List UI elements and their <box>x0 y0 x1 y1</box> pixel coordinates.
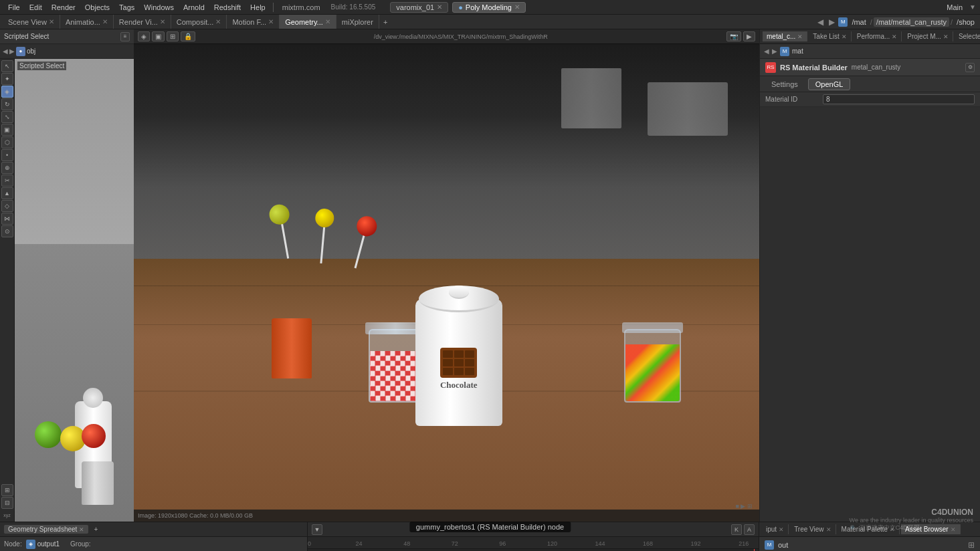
tool-bevel[interactable]: ◇ <box>1 200 13 212</box>
mat-back-btn[interactable]: ◀ <box>764 47 769 55</box>
menu-arnold[interactable]: Arnold <box>179 2 209 13</box>
menu-redshift[interactable]: Redshift <box>210 2 245 13</box>
tool-scale[interactable]: ⤡ <box>1 111 13 123</box>
rs-node-tab-treeview[interactable]: Tree View ✕ <box>790 524 836 534</box>
menu-file[interactable]: File <box>4 2 24 13</box>
viewport-camera-btn[interactable]: 📷 <box>726 31 741 41</box>
tab-compositor[interactable]: Composit... ✕ <box>171 15 227 29</box>
tl-btn-collapse[interactable]: ▼ <box>312 524 322 535</box>
menu-windows[interactable]: Windows <box>140 2 178 13</box>
menu-tags[interactable]: Tags <box>115 2 138 13</box>
menu-edit[interactable]: Edit <box>25 2 46 13</box>
menu-separator-1 <box>273 3 274 12</box>
tab-motionf[interactable]: Motion F... ✕ <box>227 15 280 29</box>
menu-objects[interactable]: Objects <box>81 2 114 13</box>
tab-render-view[interactable]: Render Vi... ✕ <box>114 15 171 29</box>
tool-move[interactable]: ✦ <box>1 73 13 85</box>
rs-node-tab-iput[interactable]: iput ✕ <box>762 524 789 534</box>
app-tab-polymodeling-label: Poly Modeling <box>466 3 512 11</box>
rp-tab-performa[interactable]: Performa... ✕ <box>853 31 902 41</box>
path-back-btn[interactable]: ◀ <box>815 17 825 27</box>
layout-dropdown-arrow[interactable]: ▼ <box>969 3 976 11</box>
app-tab-polymodeling[interactable]: ● Poly Modeling ✕ <box>452 2 526 13</box>
gs-tab-close[interactable]: ✕ <box>79 526 84 533</box>
timeline-ruler: 024487296120144168192216226 <box>308 537 759 549</box>
menu-help[interactable]: Help <box>246 2 270 13</box>
rp-tab-selected[interactable]: Selected... ✕ <box>955 31 980 41</box>
tab-motionf-close[interactable]: ✕ <box>268 18 274 25</box>
viewport-lock-btn[interactable]: 🔒 <box>181 31 195 41</box>
rs-node-expand[interactable]: ⊞ <box>968 540 975 550</box>
tab-render-view-close[interactable]: ✕ <box>160 18 165 25</box>
render-icon-2[interactable]: ▶ <box>741 503 745 510</box>
tool-xyz: xyz <box>0 510 14 520</box>
rp-tab-project[interactable]: Project M... ✕ <box>903 31 953 41</box>
rs-node-tab-iput-close[interactable]: ✕ <box>779 526 784 533</box>
scripted-select-options[interactable]: ≡ <box>120 32 130 41</box>
main-viewport[interactable]: ◈ ▣ ⊞ 🔒 /dv_view:/media/MIXNAS/MIX_TRAIN… <box>134 29 759 522</box>
tab-animation-close[interactable]: ✕ <box>102 18 108 25</box>
tab-compositor-close[interactable]: ✕ <box>215 18 221 25</box>
tab-animation[interactable]: Animatio... ✕ <box>60 15 114 29</box>
tool-point[interactable]: • <box>1 149 13 161</box>
rp-tab-takelist[interactable]: Take List ✕ <box>809 31 851 41</box>
obj-forward-btn[interactable]: ▶ <box>9 47 15 55</box>
tab-geometry[interactable]: Geometry... ✕ <box>280 15 336 29</box>
viewport-wire-btn[interactable]: ⊞ <box>167 31 179 41</box>
tool-extrude[interactable]: ▲ <box>1 187 13 199</box>
tool-select[interactable]: ↖ <box>1 60 13 72</box>
viewport-path: /dv_view:/media/MIXNAS/MIX_TRAINING/mixt… <box>374 33 549 40</box>
rs-material-settings-btn[interactable]: ⚙ <box>965 63 975 72</box>
tool-active[interactable]: ◈ <box>1 86 13 98</box>
tl-btn-auto[interactable]: A <box>744 524 755 535</box>
tab-add-button[interactable]: + <box>379 17 391 27</box>
rs-tab-settings[interactable]: Settings <box>764 78 805 90</box>
obj-back-btn[interactable]: ◀ <box>3 47 8 55</box>
tool-edge[interactable]: ⬡ <box>1 136 13 148</box>
viewport-display-btn[interactable]: ◈ <box>138 31 150 41</box>
viewport-render-btn[interactable]: ▶ <box>743 31 755 41</box>
rs-field-material-id-value[interactable]: 8 <box>823 94 975 104</box>
tool-weld[interactable]: ⊙ <box>1 225 13 237</box>
viewport-shade-btn[interactable]: ▣ <box>152 31 165 41</box>
mat-forward-btn[interactable]: ▶ <box>772 47 777 55</box>
rs-tab-opengl[interactable]: OpenGL <box>808 78 851 90</box>
path-sep-1: / <box>870 18 872 26</box>
path-forward-btn[interactable]: ▶ <box>827 17 837 27</box>
tool-cut[interactable]: ✂ <box>1 175 13 187</box>
menu-render[interactable]: Render <box>47 2 80 13</box>
render-icon-3[interactable]: ⊞ <box>747 503 753 510</box>
tool-rotate[interactable]: ↻ <box>1 98 13 110</box>
app-tab-polymodeling-close[interactable]: ✕ <box>514 3 520 11</box>
viewport-status-bar: Image: 1920x1080 Cache: 0.0 MB/0.00 GB <box>134 510 759 522</box>
tool-bottom-2[interactable]: ⊟ <box>1 497 13 509</box>
rp-tab-metal-close[interactable]: ✕ <box>797 33 803 40</box>
rp-tab-performa-close[interactable]: ✕ <box>892 33 897 40</box>
scene-preview[interactable]: Scripted Select <box>15 59 134 522</box>
scene-jar-chocolate-lid <box>419 286 499 312</box>
render-icon-1[interactable]: ■ <box>736 503 739 510</box>
tab-geometry-close[interactable]: ✕ <box>325 18 330 25</box>
path-metal-can[interactable]: /mat/metal_can_rusty <box>874 17 949 27</box>
rp-tab-metal[interactable]: metal_c... ✕ <box>763 31 807 41</box>
rp-tab-project-close[interactable]: ✕ <box>943 33 949 40</box>
tool-bottom-1[interactable]: ⊞ <box>1 484 13 496</box>
gs-tab-add[interactable]: + <box>91 525 100 534</box>
tab-scene-view-close[interactable]: ✕ <box>49 18 54 25</box>
app-tab-varomix[interactable]: varomix_01 ✕ <box>390 2 448 13</box>
app-tab-varomix-close[interactable]: ✕ <box>437 3 442 11</box>
tab-mixplorer[interactable]: miXplorer <box>336 15 379 29</box>
tab-scene-view[interactable]: Scene View ✕ <box>3 15 60 29</box>
tool-poly[interactable]: ▣ <box>1 124 13 136</box>
gs-tab-main[interactable]: Geometry Spreadsheet ✕ <box>4 525 88 534</box>
rp-tab-takelist-close[interactable]: ✕ <box>842 33 847 40</box>
gs-node-output[interactable]: ◈ output1 <box>26 540 60 549</box>
tool-bridge[interactable]: ⋈ <box>1 213 13 225</box>
rs-node-tab-treeview-close[interactable]: ✕ <box>826 526 831 533</box>
path-shop[interactable]: /shop <box>954 17 977 27</box>
scene-choc-square <box>443 368 452 375</box>
path-mat[interactable]: /mat <box>849 17 868 27</box>
tl-btn-key[interactable]: K <box>731 524 742 535</box>
scripted-select-label: Scripted Select <box>4 33 49 40</box>
tool-loop[interactable]: ⊕ <box>1 162 13 174</box>
